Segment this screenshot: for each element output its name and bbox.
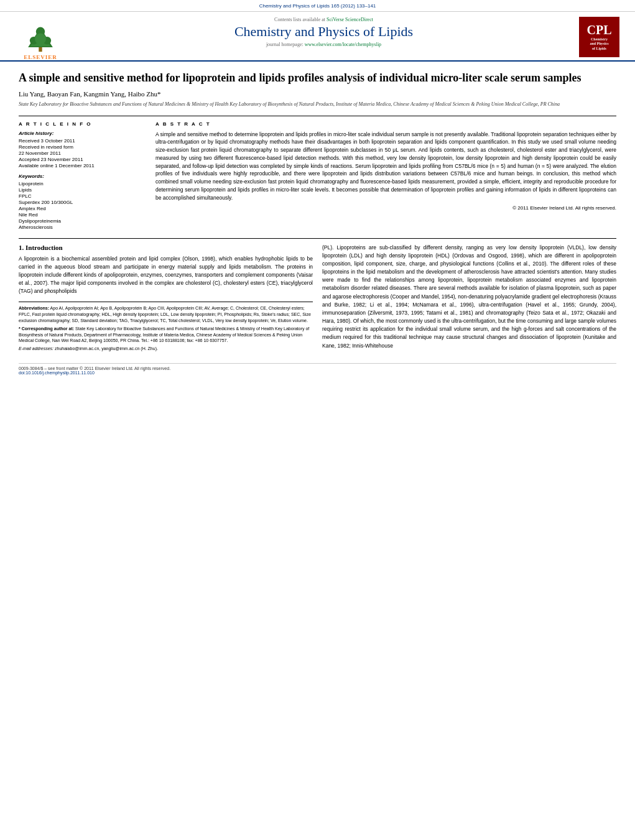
sciverse-line: Contents lists available at SciVerse Sci… — [75, 17, 573, 22]
keyword-7: Dyslipoproteinemia — [19, 218, 143, 224]
doi-line: Chemistry and Physics of Lipids 165 (201… — [259, 3, 376, 9]
affiliation: State Key Laboratory for Bioactive Subst… — [19, 101, 616, 108]
sciverse-link[interactable]: SciVerse ScienceDirect — [327, 17, 373, 22]
email-text: zhuhaiabo@imm.ac.cn, yangliu@imm.ac.cn (… — [55, 346, 158, 351]
keyword-8: Atherosclerosis — [19, 224, 143, 230]
history-label: Article history: — [19, 131, 143, 136]
body-col-right: (PL). Lipoproteins are sub-classified by… — [322, 244, 616, 354]
footnote-corresponding: * Corresponding author at: State Key Lab… — [19, 326, 313, 344]
keywords-label: Keywords: — [19, 173, 143, 179]
keyword-4: Superdex 200 10/300GL — [19, 200, 143, 205]
keyword-5: Amplex Red — [19, 206, 143, 211]
page: Chemistry and Physics of Lipids 165 (201… — [0, 0, 635, 840]
copyright: © 2011 Elsevier Ireland Ltd. All rights … — [155, 205, 616, 211]
cpl-logo-text: CPL — [587, 23, 612, 37]
svg-point-6 — [35, 34, 46, 45]
abstract-title: A B S T R A C T — [155, 121, 616, 127]
homepage-label: journal homepage: — [266, 42, 304, 47]
bottom-bar: 0009-3084/$ – see front matter © 2011 El… — [19, 363, 616, 375]
footnote-area: Abbreviations: Apo AI, Apolipoprotein AI… — [19, 302, 313, 352]
journal-homepage: journal homepage: www.elsevier.com/locat… — [75, 42, 573, 47]
keyword-2: Lipids — [19, 187, 143, 193]
journal-header: ELSEVIER Contents lists available at Sci… — [0, 12, 635, 62]
email-label: E-mail addresses: — [19, 346, 53, 351]
history-item-1: Received 3 October 2011 — [19, 138, 143, 144]
intro-text-col1: A lipoprotein is a biochemical assembled… — [19, 255, 313, 296]
bottom-left: 0009-3084/$ – see front matter © 2011 El… — [19, 366, 170, 375]
divider-1 — [19, 116, 616, 116]
article-info-title: A R T I C L E I N F O — [19, 121, 143, 127]
footnote-email: E-mail addresses: zhuhaiabo@imm.ac.cn, y… — [19, 346, 313, 352]
article-info-col: A R T I C L E I N F O Article history: R… — [19, 121, 143, 231]
footnote-abbreviations: Abbreviations: Apo AI, Apolipoprotein AI… — [19, 305, 313, 323]
abstract-col: A B S T R A C T A simple and sensitive m… — [155, 121, 616, 231]
keyword-3: FPLC — [19, 193, 143, 199]
intro-title: 1. Introduction — [19, 244, 313, 251]
history-item-4: Accepted 23 November 2011 — [19, 157, 143, 162]
homepage-link[interactable]: www.elsevier.com/locate/chemphyslip — [305, 42, 381, 47]
abstract-text: A simple and sensitive method to determi… — [155, 131, 616, 202]
copyright-notice: 0009-3084/$ – see front matter © 2011 El… — [19, 366, 170, 371]
article-title: A simple and sensitive method for lipopr… — [19, 71, 616, 85]
intro-text-col2: (PL). Lipoproteins are sub-classified by… — [322, 244, 616, 350]
sciverse-text: Contents lists available at — [274, 17, 325, 22]
keyword-1: Lipoprotein — [19, 181, 143, 187]
history-item-3: 22 November 2011 — [19, 150, 143, 156]
elsevier-logo: ELSEVIER — [12, 17, 68, 60]
keyword-6: Nile Red — [19, 212, 143, 218]
cpl-logo: CPL Chemistryand Physicsof Lipids — [579, 17, 623, 60]
journal-title: Chemistry and Physics of Lipids — [75, 24, 573, 40]
elsevier-brand: ELSEVIER — [24, 54, 57, 60]
authors: Liu Yang, Baoyan Fan, Kangmin Yang, Haib… — [19, 90, 616, 98]
article-info-abstract: A R T I C L E I N F O Article history: R… — [19, 121, 616, 231]
body-content: 1. Introduction A lipoprotein is a bioch… — [19, 244, 616, 354]
elsevier-tree-icon — [22, 25, 59, 53]
abbreviations-text: Apo AI, Apolipoprotein AI; Apo B, Apolip… — [19, 306, 311, 323]
history-item-2: Received in revised form — [19, 144, 143, 150]
history-item-5: Available online 1 December 2011 — [19, 163, 143, 168]
divider-2 — [19, 238, 616, 239]
journal-center: Contents lists available at SciVerse Sci… — [68, 17, 579, 47]
corresponding-label: * Corresponding author at: — [19, 326, 74, 331]
body-col-left: 1. Introduction A lipoprotein is a bioch… — [19, 244, 313, 354]
doi-notice[interactable]: doi:10.1016/j.chemphyslip.2011.11.010 — [19, 371, 170, 375]
article-content: A simple and sensitive method for lipopr… — [0, 62, 635, 384]
cpl-box: CPL Chemistryand Physicsof Lipids — [579, 17, 619, 57]
abbreviations-label: Abbreviations: — [19, 306, 49, 310]
